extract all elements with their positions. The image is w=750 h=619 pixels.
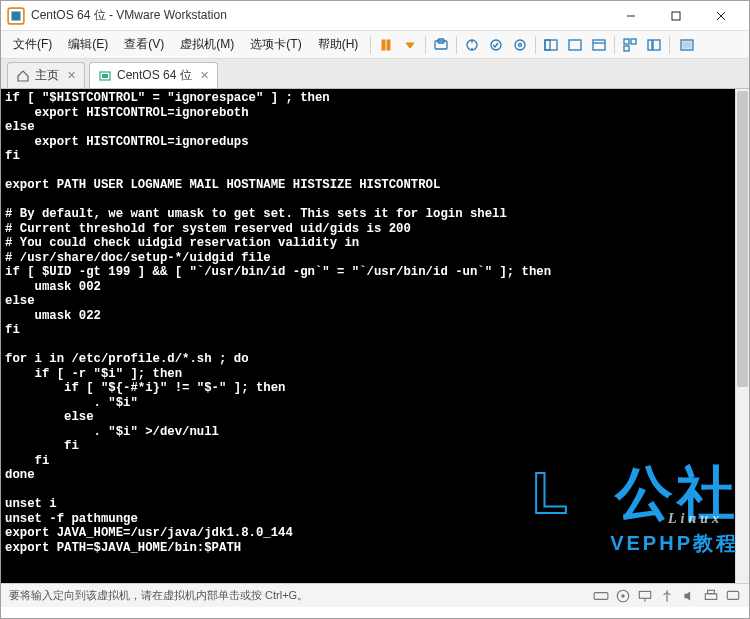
send-ctrl-alt-del-button[interactable] [430, 34, 452, 56]
separator [370, 36, 371, 54]
pause-button[interactable] [375, 34, 397, 56]
svg-rect-9 [435, 41, 447, 49]
svg-rect-20 [624, 39, 629, 44]
svg-rect-1 [12, 11, 21, 20]
svg-marker-8 [406, 43, 414, 48]
svg-rect-15 [545, 40, 557, 50]
svg-rect-23 [648, 40, 652, 50]
library-button[interactable] [643, 34, 665, 56]
menu-file[interactable]: 文件(F) [5, 32, 60, 57]
window-titlebar: CentOS 64 位 - VMware Workstation [1, 1, 749, 31]
maximize-button[interactable] [653, 2, 698, 30]
printer-icon[interactable] [703, 588, 719, 604]
svg-point-31 [621, 594, 624, 597]
svg-rect-7 [387, 40, 390, 50]
svg-rect-24 [653, 40, 660, 50]
tab-home[interactable]: 主页 ✕ [7, 62, 85, 88]
vertical-scrollbar[interactable] [735, 89, 749, 583]
tab-vm-label: CentOS 64 位 [117, 67, 192, 84]
menu-edit[interactable]: 编辑(E) [60, 32, 116, 57]
tab-vm[interactable]: CentOS 64 位 ✕ [89, 62, 218, 88]
svg-rect-21 [631, 39, 636, 44]
terminal-output[interactable]: if [ "$HISTCONTROL" = "ignorespace" ] ; … [1, 89, 735, 583]
network-icon[interactable] [637, 588, 653, 604]
menubar: 文件(F) 编辑(E) 查看(V) 虚拟机(M) 选项卡(T) 帮助(H) [1, 31, 749, 59]
unity-button[interactable] [564, 34, 586, 56]
snapshot-manage-button[interactable] [509, 34, 531, 56]
status-bar: 要将输入定向到该虚拟机，请在虚拟机内部单击或按 Ctrl+G。 [1, 583, 749, 607]
svg-rect-35 [708, 590, 715, 593]
toolbar-snapshot-group [461, 34, 531, 56]
status-text: 要将输入定向到该虚拟机，请在虚拟机内部单击或按 Ctrl+G。 [9, 588, 308, 603]
separator [669, 36, 670, 54]
thumbnail-button[interactable] [619, 34, 641, 56]
toolbar-group-1 [430, 34, 452, 56]
tab-strip: 主页 ✕ CentOS 64 位 ✕ [1, 59, 749, 89]
svg-rect-26 [683, 42, 691, 48]
quick-switch-button[interactable] [674, 34, 700, 56]
menu-help[interactable]: 帮助(H) [310, 32, 367, 57]
svg-point-14 [519, 43, 522, 46]
svg-rect-18 [593, 40, 605, 50]
power-dropdown[interactable] [399, 34, 421, 56]
device-tray [593, 588, 741, 604]
menu-view[interactable]: 查看(V) [116, 32, 172, 57]
svg-point-13 [515, 40, 525, 50]
snapshot-revert-button[interactable] [485, 34, 507, 56]
svg-rect-16 [545, 40, 550, 50]
vm-icon [98, 69, 112, 83]
usb-icon[interactable] [659, 588, 675, 604]
window-controls [608, 2, 743, 30]
svg-rect-3 [672, 12, 680, 20]
close-button[interactable] [698, 2, 743, 30]
tab-home-label: 主页 [35, 67, 59, 84]
window-title: CentOS 64 位 - VMware Workstation [31, 7, 227, 24]
svg-rect-17 [569, 40, 581, 50]
separator [425, 36, 426, 54]
console-view-button[interactable] [588, 34, 610, 56]
toolbar-library-group [619, 34, 665, 56]
svg-rect-6 [382, 40, 385, 50]
message-icon[interactable] [725, 588, 741, 604]
snapshot-take-button[interactable] [461, 34, 483, 56]
separator [614, 36, 615, 54]
svg-rect-32 [639, 591, 650, 598]
cd-icon[interactable] [615, 588, 631, 604]
scrollbar-thumb[interactable] [737, 91, 748, 387]
svg-rect-34 [705, 593, 716, 599]
vm-power-controls [375, 34, 421, 56]
menu-vm[interactable]: 虚拟机(M) [172, 32, 242, 57]
tab-close-icon[interactable]: ✕ [67, 69, 76, 82]
vm-console-area: if [ "$HISTCONTROL" = "ignorespace" ] ; … [1, 89, 749, 583]
separator [535, 36, 536, 54]
toolbar-view-group [540, 34, 610, 56]
tab-close-icon[interactable]: ✕ [200, 69, 209, 82]
menu-tabs[interactable]: 选项卡(T) [242, 32, 309, 57]
sound-icon[interactable] [681, 588, 697, 604]
svg-rect-28 [102, 74, 108, 78]
svg-rect-36 [727, 591, 738, 599]
hdd-icon[interactable] [593, 588, 609, 604]
fullscreen-button[interactable] [540, 34, 562, 56]
app-icon [7, 7, 25, 25]
separator [456, 36, 457, 54]
svg-rect-22 [624, 46, 629, 51]
home-icon [16, 69, 30, 83]
svg-rect-29 [594, 592, 608, 599]
minimize-button[interactable] [608, 2, 653, 30]
